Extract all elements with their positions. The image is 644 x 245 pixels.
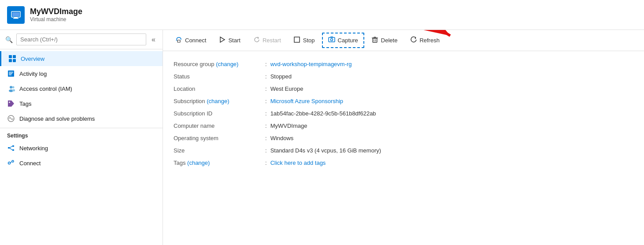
svg-rect-5 <box>13 55 16 58</box>
size-label: Size <box>174 147 262 154</box>
detail-row-resource-group: Resource group (change) : wvd-workshop-t… <box>174 58 633 71</box>
svg-rect-7 <box>13 59 16 62</box>
detail-row-tags: Tags (change) : Click here to add tags <box>174 157 633 169</box>
svg-rect-34 <box>330 37 333 37</box>
svg-point-14 <box>12 86 15 89</box>
restart-icon <box>253 36 260 45</box>
capture-button-label: Capture <box>338 37 358 44</box>
vm-type: Virtual machine <box>30 16 82 22</box>
svg-rect-9 <box>9 72 13 73</box>
restart-button[interactable]: Restart <box>248 33 286 47</box>
sidebar-item-diagnose-label: Diagnose and solve problems <box>19 115 95 122</box>
svg-rect-2 <box>14 17 18 18</box>
svg-rect-4 <box>9 55 12 58</box>
vm-icon <box>7 6 25 24</box>
svg-marker-29 <box>220 37 225 42</box>
resource-group-change-link[interactable]: (change) <box>216 61 238 67</box>
start-button-label: Start <box>228 37 240 44</box>
settings-section-header: Settings <box>0 128 163 141</box>
sidebar-item-activity-log-label: Activity log <box>19 71 47 77</box>
sidebar-item-tags[interactable]: Tags <box>0 96 163 111</box>
svg-line-23 <box>10 148 12 150</box>
svg-line-22 <box>10 146 12 148</box>
sidebar-item-access-control[interactable]: Access control (IAM) <box>0 81 163 96</box>
svg-rect-20 <box>12 145 14 147</box>
sidebar-item-access-label: Access control (IAM) <box>19 85 72 92</box>
svg-rect-1 <box>12 12 19 16</box>
tags-label: Tags (change) <box>174 160 262 166</box>
stop-button[interactable]: Stop <box>288 33 320 47</box>
stop-icon <box>293 36 300 45</box>
activity-log-icon <box>7 70 15 78</box>
svg-marker-40 <box>415 37 416 39</box>
diagnose-icon <box>7 115 15 122</box>
connect-button-label: Connect <box>185 37 206 44</box>
svg-rect-28 <box>178 40 180 42</box>
tags-icon <box>7 100 15 108</box>
collapse-button[interactable]: « <box>150 34 157 45</box>
refresh-icon <box>410 36 417 45</box>
subscription-label: Subscription (change) <box>174 98 262 104</box>
stop-button-label: Stop <box>303 37 315 44</box>
sidebar-nav: Overview Activity log <box>0 49 163 245</box>
delete-button[interactable]: Delete <box>366 33 403 47</box>
sidebar-item-tags-label: Tags <box>19 100 31 107</box>
svg-point-17 <box>9 102 10 103</box>
connect-button[interactable]: Connect <box>170 33 211 47</box>
connect-nav-icon <box>7 159 15 167</box>
svg-point-24 <box>8 162 11 164</box>
header-title-group: MyWVDImage Virtual machine <box>30 7 82 22</box>
size-value: Standard D4s v3 (4 vcpus, 16 GiB memory) <box>270 147 381 154</box>
sidebar-item-activity-log[interactable]: Activity log <box>0 66 163 81</box>
sidebar-item-networking-label: Networking <box>19 145 48 152</box>
connect-toolbar-icon <box>175 36 182 45</box>
start-icon <box>218 36 226 45</box>
details-panel: Resource group (change) : wvd-workshop-t… <box>163 51 644 245</box>
refresh-button[interactable]: Refresh <box>404 33 445 47</box>
capture-icon <box>328 36 335 45</box>
svg-marker-30 <box>258 37 259 39</box>
nav-list: Overview Activity log <box>0 49 163 245</box>
detail-row-size: Size : Standard D4s v3 (4 vcpus, 16 GiB … <box>174 145 633 157</box>
sidebar-item-overview[interactable]: Overview <box>0 51 163 66</box>
access-control-icon <box>7 85 15 93</box>
subscription-change-link[interactable]: (change) <box>207 98 229 104</box>
svg-rect-19 <box>8 147 10 148</box>
sidebar-item-connect[interactable]: Connect <box>0 156 163 171</box>
sidebar-item-diagnose[interactable]: Diagnose and solve problems <box>0 111 163 126</box>
delete-icon <box>371 36 378 45</box>
search-input[interactable] <box>16 33 146 45</box>
svg-rect-37 <box>374 37 376 38</box>
main-content: Connect Start <box>163 30 644 245</box>
resource-group-value[interactable]: wvd-workshop-tempimagevm-rg <box>270 61 352 67</box>
detail-row-computer-name: Computer name : MyWVDImage <box>174 120 633 132</box>
search-box: 🔍 « <box>0 30 163 49</box>
svg-rect-6 <box>9 59 12 62</box>
subscription-value[interactable]: Microsoft Azure Sponsorship <box>270 98 343 104</box>
sidebar: 🔍 « <box>0 30 163 245</box>
sidebar-item-overview-label: Overview <box>21 56 44 62</box>
svg-rect-11 <box>9 74 11 75</box>
svg-point-33 <box>330 39 333 41</box>
refresh-button-label: Refresh <box>419 37 440 44</box>
svg-rect-10 <box>9 73 12 74</box>
start-button[interactable]: Start <box>213 33 245 47</box>
capture-button[interactable]: Capture <box>322 33 364 48</box>
os-value: Windows <box>270 135 294 141</box>
networking-icon <box>7 144 15 152</box>
search-icon: 🔍 <box>5 36 13 43</box>
resource-group-label: Resource group (change) <box>174 61 262 67</box>
overview-icon <box>8 55 16 63</box>
location-value: West Europe <box>270 85 303 92</box>
svg-marker-16 <box>8 100 14 107</box>
svg-rect-21 <box>12 149 14 151</box>
tags-change-link[interactable]: (change) <box>187 160 210 166</box>
svg-rect-3 <box>13 18 19 19</box>
detail-row-location: Location : West Europe <box>174 83 633 95</box>
detail-row-os: Operating system : Windows <box>174 132 633 145</box>
tags-value[interactable]: Click here to add tags <box>270 160 326 166</box>
computer-name-value: MyWVDImage <box>270 122 307 129</box>
sidebar-item-networking[interactable]: Networking <box>0 141 163 156</box>
delete-button-label: Delete <box>381 37 398 44</box>
toolbar: Connect Start <box>163 30 644 51</box>
